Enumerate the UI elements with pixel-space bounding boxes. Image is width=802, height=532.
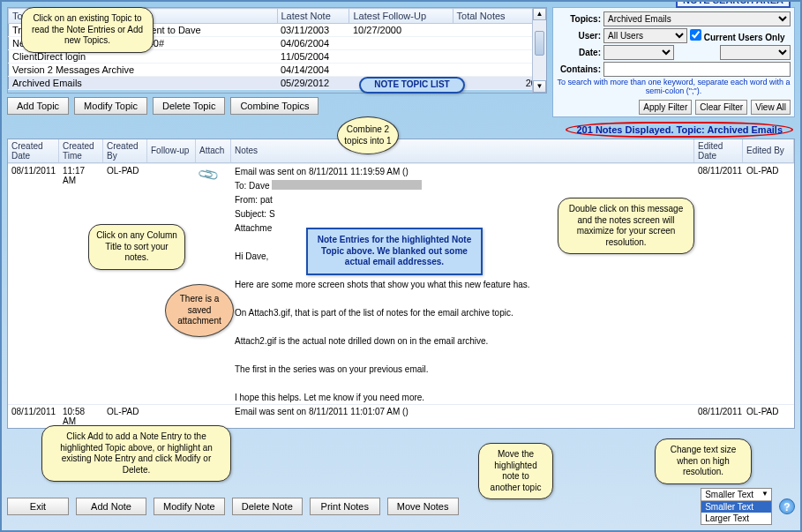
modify-topic-button[interactable]: Modify Topic — [74, 97, 147, 115]
callout-doubleclick: Double click on this message and the not… — [558, 198, 694, 254]
status-notes-displayed: 201 Notes Displayed. Topic: Archived Ema… — [566, 122, 793, 138]
current-users-only-checkbox[interactable] — [690, 29, 701, 41]
label-user: User: — [557, 31, 601, 41]
callout-attachment: There is a saved attachment — [165, 284, 234, 337]
cell-created-date: 08/11/2011 — [8, 164, 59, 428]
cell-created-time: 11:17 AM — [59, 164, 103, 428]
col-edited-date[interactable]: Edited Date — [694, 139, 743, 162]
search-date-from[interactable] — [603, 45, 674, 60]
callout-move: Move the highlighted note to another top… — [478, 443, 553, 499]
col-created-date[interactable]: Created Date — [8, 139, 59, 162]
search-topics-select[interactable]: Archived Emails — [603, 11, 791, 26]
search-user-select[interactable]: All Users — [603, 28, 687, 43]
cell-followup — [147, 405, 196, 428]
cell-created-date: 08/11/2011 — [8, 405, 59, 428]
search-contains-input[interactable] — [603, 62, 791, 77]
combine-topics-button[interactable]: Combine Topics — [230, 97, 319, 115]
add-note-button[interactable]: Add Note — [76, 498, 146, 515]
text-size-current[interactable]: Smaller Text — [701, 489, 771, 501]
text-size-option-larger[interactable]: Larger Text — [701, 513, 771, 524]
clear-filter-button[interactable]: Clear Filter — [695, 100, 747, 115]
scroll-up-icon[interactable]: ▲ — [533, 8, 546, 20]
cell-edited-date: 08/11/2011 — [694, 405, 743, 428]
label-contains: Contains: — [557, 64, 601, 74]
print-notes-button[interactable]: Print Notes — [310, 498, 380, 515]
col-edited-by[interactable]: Edited By — [743, 139, 794, 162]
col-created-time[interactable]: Created Time — [59, 139, 103, 162]
callout-note-entries: Note Entries for the highlighted Note To… — [306, 228, 483, 275]
topic-row[interactable]: Version 2 Messages Archive04/14/20041 — [9, 64, 546, 77]
cell-attach — [196, 405, 231, 428]
scroll-thumb[interactable] — [535, 31, 544, 56]
cell-edited-by: OL-PAD — [743, 164, 794, 428]
notes-grid: Created Date Created Time Created By Fol… — [7, 139, 795, 429]
apply-filter-button[interactable]: Apply Filter — [639, 100, 692, 115]
help-icon[interactable]: ? — [779, 498, 795, 514]
scroll-down-icon[interactable]: ▼ — [533, 80, 546, 93]
cell-created-time: 10:58 AM — [59, 405, 103, 428]
cell-created-by: OL-PAD — [103, 164, 147, 428]
cu-only-label: Current Users Only — [704, 33, 785, 42]
topic-row[interactable]: Archived Emails05/29/2012201 — [9, 77, 546, 90]
cell-created-by: OL-PAD — [103, 405, 147, 428]
add-topic-button[interactable]: Add Topic — [7, 97, 69, 115]
col-followup[interactable]: Follow-up — [147, 139, 196, 162]
text-size-select[interactable]: Smaller Text Smaller Text Larger Text — [701, 488, 772, 525]
exit-button[interactable]: Exit — [7, 498, 69, 515]
delete-topic-button[interactable]: Delete Topic — [153, 97, 225, 115]
callout-textsize: Change text size when on high resolution… — [655, 438, 752, 484]
label-date: Date: — [557, 48, 601, 57]
col-created-by[interactable]: Created By — [103, 139, 147, 162]
cell-edited-date: 08/11/2011 — [694, 164, 743, 428]
text-size-option-smaller[interactable]: Smaller Text — [701, 501, 771, 513]
label-topics: Topics: — [557, 14, 601, 24]
cell-edited-by: OL-PAD — [743, 405, 794, 428]
search-area-title: NOTE SEARCH AREA — [676, 0, 791, 8]
col-attach[interactable]: Attach — [196, 139, 231, 162]
note-search-area: NOTE SEARCH AREA Topics: Archived Emails… — [552, 7, 795, 117]
attachment-icon: 📎 — [196, 163, 220, 186]
col-latest-note[interactable]: Latest Note — [277, 9, 349, 24]
search-hint: To search with more than one keyword, se… — [557, 79, 791, 96]
delete-note-button[interactable]: Delete Note — [232, 498, 303, 515]
callout-combine: Combine 2 topics into 1 — [337, 116, 399, 154]
callout-add-modify: Click Add to add a Note Entry to the hig… — [41, 425, 231, 482]
modify-note-button[interactable]: Modify Note — [154, 498, 225, 515]
callout-sort: Click on any Column Title to sort your n… — [88, 224, 185, 270]
col-latest-followup[interactable]: Latest Follow-Up — [349, 9, 453, 24]
callout-topic-help: Click on an existing Topic to read the N… — [21, 7, 154, 53]
move-notes-button[interactable]: Move Notes — [387, 498, 459, 515]
callout-topic-list-label: NOTE TOPIC LIST — [359, 77, 465, 94]
topic-scrollbar[interactable]: ▲ ▼ — [532, 8, 546, 93]
search-date-to[interactable] — [720, 45, 791, 60]
view-all-button[interactable]: View All — [751, 100, 791, 115]
cell-note-text: Email was sent on 8/11/2011 11:01:07 AM … — [231, 405, 694, 428]
note-row[interactable]: 08/11/2011 10:58 AM OL-PAD Email was sen… — [8, 404, 794, 428]
col-notes[interactable]: Notes — [231, 139, 694, 162]
